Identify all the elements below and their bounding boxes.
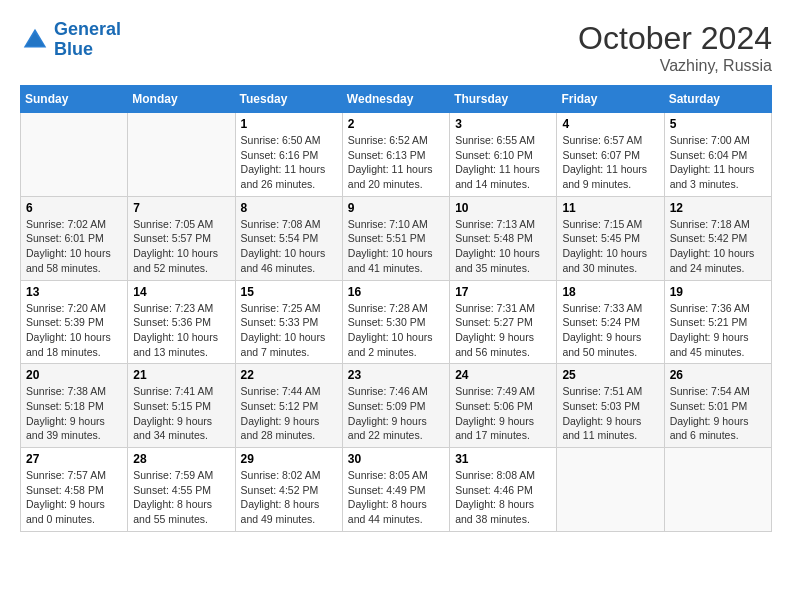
day-number: 29 <box>241 452 337 466</box>
day-number: 12 <box>670 201 766 215</box>
calendar-body: 1Sunrise: 6:50 AMSunset: 6:16 PMDaylight… <box>21 113 772 532</box>
day-info: Sunrise: 6:55 AMSunset: 6:10 PMDaylight:… <box>455 133 551 192</box>
day-info: Sunrise: 7:08 AMSunset: 5:54 PMDaylight:… <box>241 217 337 276</box>
calendar-cell: 20Sunrise: 7:38 AMSunset: 5:18 PMDayligh… <box>21 364 128 448</box>
day-info: Sunrise: 7:44 AMSunset: 5:12 PMDaylight:… <box>241 384 337 443</box>
calendar-cell: 23Sunrise: 7:46 AMSunset: 5:09 PMDayligh… <box>342 364 449 448</box>
day-info: Sunrise: 7:51 AMSunset: 5:03 PMDaylight:… <box>562 384 658 443</box>
day-number: 28 <box>133 452 229 466</box>
day-number: 25 <box>562 368 658 382</box>
day-number: 8 <box>241 201 337 215</box>
day-info: Sunrise: 7:57 AMSunset: 4:58 PMDaylight:… <box>26 468 122 527</box>
calendar-cell: 1Sunrise: 6:50 AMSunset: 6:16 PMDaylight… <box>235 113 342 197</box>
calendar-cell: 6Sunrise: 7:02 AMSunset: 6:01 PMDaylight… <box>21 196 128 280</box>
day-number: 6 <box>26 201 122 215</box>
day-info: Sunrise: 7:28 AMSunset: 5:30 PMDaylight:… <box>348 301 444 360</box>
calendar-cell: 7Sunrise: 7:05 AMSunset: 5:57 PMDaylight… <box>128 196 235 280</box>
logo-icon <box>20 25 50 55</box>
day-number: 18 <box>562 285 658 299</box>
day-number: 5 <box>670 117 766 131</box>
day-number: 21 <box>133 368 229 382</box>
calendar-cell: 13Sunrise: 7:20 AMSunset: 5:39 PMDayligh… <box>21 280 128 364</box>
day-number: 20 <box>26 368 122 382</box>
day-info: Sunrise: 8:08 AMSunset: 4:46 PMDaylight:… <box>455 468 551 527</box>
calendar-table: SundayMondayTuesdayWednesdayThursdayFrid… <box>20 85 772 532</box>
calendar-cell: 24Sunrise: 7:49 AMSunset: 5:06 PMDayligh… <box>450 364 557 448</box>
calendar-week-row: 13Sunrise: 7:20 AMSunset: 5:39 PMDayligh… <box>21 280 772 364</box>
day-info: Sunrise: 7:36 AMSunset: 5:21 PMDaylight:… <box>670 301 766 360</box>
calendar-cell: 28Sunrise: 7:59 AMSunset: 4:55 PMDayligh… <box>128 448 235 532</box>
calendar-cell: 9Sunrise: 7:10 AMSunset: 5:51 PMDaylight… <box>342 196 449 280</box>
day-info: Sunrise: 7:13 AMSunset: 5:48 PMDaylight:… <box>455 217 551 276</box>
calendar-cell: 2Sunrise: 6:52 AMSunset: 6:13 PMDaylight… <box>342 113 449 197</box>
calendar-cell: 19Sunrise: 7:36 AMSunset: 5:21 PMDayligh… <box>664 280 771 364</box>
day-number: 9 <box>348 201 444 215</box>
calendar-cell: 21Sunrise: 7:41 AMSunset: 5:15 PMDayligh… <box>128 364 235 448</box>
calendar-cell: 25Sunrise: 7:51 AMSunset: 5:03 PMDayligh… <box>557 364 664 448</box>
calendar-cell: 10Sunrise: 7:13 AMSunset: 5:48 PMDayligh… <box>450 196 557 280</box>
logo: General Blue <box>20 20 121 60</box>
calendar-cell: 27Sunrise: 7:57 AMSunset: 4:58 PMDayligh… <box>21 448 128 532</box>
day-number: 30 <box>348 452 444 466</box>
calendar-week-row: 27Sunrise: 7:57 AMSunset: 4:58 PMDayligh… <box>21 448 772 532</box>
title-block: October 2024 Vazhiny, Russia <box>578 20 772 75</box>
calendar-cell: 29Sunrise: 8:02 AMSunset: 4:52 PMDayligh… <box>235 448 342 532</box>
calendar-week-row: 1Sunrise: 6:50 AMSunset: 6:16 PMDaylight… <box>21 113 772 197</box>
day-info: Sunrise: 7:46 AMSunset: 5:09 PMDaylight:… <box>348 384 444 443</box>
day-info: Sunrise: 7:41 AMSunset: 5:15 PMDaylight:… <box>133 384 229 443</box>
day-info: Sunrise: 7:05 AMSunset: 5:57 PMDaylight:… <box>133 217 229 276</box>
day-number: 22 <box>241 368 337 382</box>
day-number: 23 <box>348 368 444 382</box>
weekday-header: Saturday <box>664 86 771 113</box>
weekday-header: Thursday <box>450 86 557 113</box>
calendar-cell: 16Sunrise: 7:28 AMSunset: 5:30 PMDayligh… <box>342 280 449 364</box>
calendar-header: SundayMondayTuesdayWednesdayThursdayFrid… <box>21 86 772 113</box>
day-info: Sunrise: 7:33 AMSunset: 5:24 PMDaylight:… <box>562 301 658 360</box>
weekday-header: Friday <box>557 86 664 113</box>
day-number: 19 <box>670 285 766 299</box>
calendar-week-row: 6Sunrise: 7:02 AMSunset: 6:01 PMDaylight… <box>21 196 772 280</box>
logo-text: General Blue <box>54 20 121 60</box>
day-number: 24 <box>455 368 551 382</box>
day-info: Sunrise: 6:57 AMSunset: 6:07 PMDaylight:… <box>562 133 658 192</box>
calendar-cell: 30Sunrise: 8:05 AMSunset: 4:49 PMDayligh… <box>342 448 449 532</box>
calendar-cell: 11Sunrise: 7:15 AMSunset: 5:45 PMDayligh… <box>557 196 664 280</box>
calendar-cell <box>128 113 235 197</box>
calendar-cell: 12Sunrise: 7:18 AMSunset: 5:42 PMDayligh… <box>664 196 771 280</box>
day-info: Sunrise: 7:00 AMSunset: 6:04 PMDaylight:… <box>670 133 766 192</box>
day-number: 27 <box>26 452 122 466</box>
day-number: 15 <box>241 285 337 299</box>
day-info: Sunrise: 7:25 AMSunset: 5:33 PMDaylight:… <box>241 301 337 360</box>
calendar-cell: 22Sunrise: 7:44 AMSunset: 5:12 PMDayligh… <box>235 364 342 448</box>
day-info: Sunrise: 8:05 AMSunset: 4:49 PMDaylight:… <box>348 468 444 527</box>
weekday-header: Monday <box>128 86 235 113</box>
weekday-header: Wednesday <box>342 86 449 113</box>
calendar-cell <box>664 448 771 532</box>
day-info: Sunrise: 7:18 AMSunset: 5:42 PMDaylight:… <box>670 217 766 276</box>
day-number: 13 <box>26 285 122 299</box>
calendar-cell: 4Sunrise: 6:57 AMSunset: 6:07 PMDaylight… <box>557 113 664 197</box>
calendar-cell: 26Sunrise: 7:54 AMSunset: 5:01 PMDayligh… <box>664 364 771 448</box>
day-info: Sunrise: 8:02 AMSunset: 4:52 PMDaylight:… <box>241 468 337 527</box>
day-number: 14 <box>133 285 229 299</box>
day-info: Sunrise: 7:49 AMSunset: 5:06 PMDaylight:… <box>455 384 551 443</box>
day-number: 26 <box>670 368 766 382</box>
day-number: 1 <box>241 117 337 131</box>
day-info: Sunrise: 7:31 AMSunset: 5:27 PMDaylight:… <box>455 301 551 360</box>
calendar-cell <box>557 448 664 532</box>
day-info: Sunrise: 7:15 AMSunset: 5:45 PMDaylight:… <box>562 217 658 276</box>
day-number: 3 <box>455 117 551 131</box>
day-number: 31 <box>455 452 551 466</box>
day-info: Sunrise: 7:02 AMSunset: 6:01 PMDaylight:… <box>26 217 122 276</box>
page-header: General Blue October 2024 Vazhiny, Russi… <box>20 20 772 75</box>
day-number: 2 <box>348 117 444 131</box>
calendar-week-row: 20Sunrise: 7:38 AMSunset: 5:18 PMDayligh… <box>21 364 772 448</box>
weekday-header: Tuesday <box>235 86 342 113</box>
calendar-cell <box>21 113 128 197</box>
calendar-cell: 17Sunrise: 7:31 AMSunset: 5:27 PMDayligh… <box>450 280 557 364</box>
day-info: Sunrise: 7:54 AMSunset: 5:01 PMDaylight:… <box>670 384 766 443</box>
day-info: Sunrise: 7:23 AMSunset: 5:36 PMDaylight:… <box>133 301 229 360</box>
day-info: Sunrise: 7:38 AMSunset: 5:18 PMDaylight:… <box>26 384 122 443</box>
calendar-cell: 15Sunrise: 7:25 AMSunset: 5:33 PMDayligh… <box>235 280 342 364</box>
day-number: 7 <box>133 201 229 215</box>
